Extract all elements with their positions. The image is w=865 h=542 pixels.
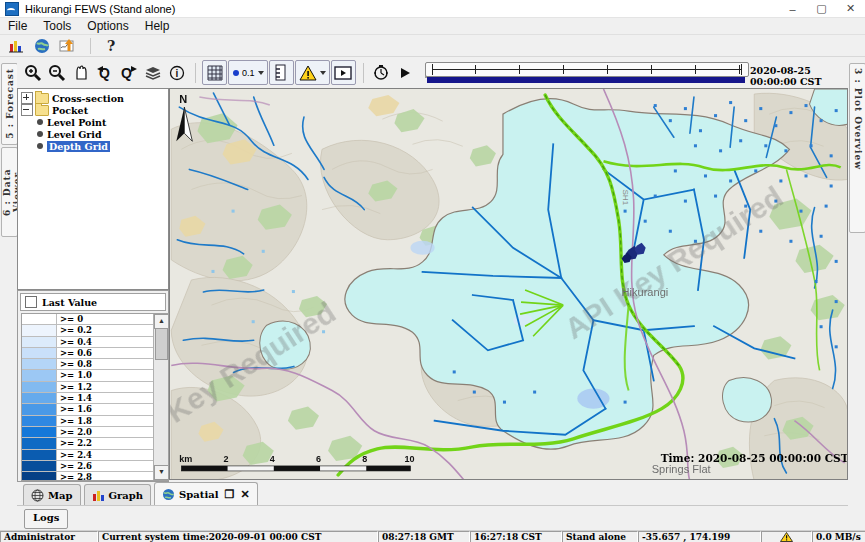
minimize-button[interactable]: – (778, 0, 807, 18)
timer-icon[interactable] (370, 61, 393, 84)
bullet-icon (37, 131, 43, 137)
tree-item-level-point[interactable]: Level Point (21, 116, 168, 128)
pan-hand-icon[interactable] (69, 61, 92, 84)
status-user: Administrator (0, 531, 98, 542)
scale-ruler-icon[interactable] (269, 60, 294, 85)
map-toolbar: Q Q i 0.1 (17, 57, 848, 88)
zoom-in-icon[interactable] (21, 61, 44, 84)
play-button[interactable] (394, 61, 417, 84)
globe-wire-icon (31, 489, 44, 502)
status-warning-icon[interactable] (761, 531, 812, 542)
app-icon (5, 2, 19, 16)
status-gmt-time: 08:27:18 GMT (378, 531, 470, 542)
status-local-time: 16:27:18 CST (470, 531, 562, 542)
scroll-thumb[interactable] (155, 328, 168, 360)
legend-row: >= 0.4 (22, 337, 154, 348)
zoom-out-icon[interactable] (45, 61, 68, 84)
legend-row: >= 2.2 (22, 438, 154, 449)
layers-icon[interactable] (141, 61, 164, 84)
status-coordinates: -35.657 , 174.199 (638, 531, 761, 542)
menu-tools[interactable]: Tools (35, 18, 79, 35)
collapse-icon[interactable] (21, 104, 33, 116)
tab-graph[interactable]: Graph (84, 484, 152, 505)
tree-item-depth-grid[interactable]: Depth Grid (21, 140, 168, 152)
expand-icon[interactable] (21, 92, 33, 104)
zoom-next-icon[interactable]: Q (117, 61, 140, 84)
help-button[interactable]: ? (99, 36, 123, 56)
legend-table: >= 0 >= 0.2 >= 0.4 >= 0.6 >= 0.8 >= 1.0 … (21, 313, 169, 481)
tab-forecast[interactable]: 5 : Forecast (1, 63, 18, 145)
menu-options[interactable]: Options (79, 18, 136, 35)
menu-file[interactable]: File (0, 18, 35, 35)
last-value-checkbox[interactable] (25, 296, 37, 308)
tab-map[interactable]: Map (23, 484, 81, 505)
status-bar: Administrator Current system time:2020-0… (0, 530, 865, 542)
logs-row: Logs (17, 506, 848, 530)
chevron-down-icon (320, 71, 326, 75)
timeline-current-time: 2020-08-25 00:00:00 CST (750, 65, 848, 87)
tree-item-cross-section[interactable]: Cross-section (21, 92, 168, 104)
svg-text:N: N (179, 93, 187, 105)
svg-text:km: km (179, 454, 192, 464)
maximize-button[interactable]: ▢ (807, 0, 836, 18)
menu-help[interactable]: Help (137, 18, 178, 35)
pane-maximize-icon[interactable]: ❐ (225, 488, 235, 501)
svg-text:i: i (175, 68, 178, 79)
svg-text:Hikurangi: Hikurangi (622, 286, 669, 298)
dot-scale-dropdown[interactable]: 0.1 (228, 60, 268, 85)
tab-plot-overview[interactable]: 3 : Plot Overview (849, 63, 865, 233)
svg-text:6: 6 (316, 454, 321, 464)
info-icon[interactable]: i (165, 61, 188, 84)
svg-text:2: 2 (224, 454, 229, 464)
svg-text:4: 4 (270, 454, 275, 464)
legend-row: >= 0.2 (22, 325, 154, 336)
tree-item-pocket[interactable]: Pocket (21, 104, 168, 116)
legend-row: >= 2.6 (22, 461, 154, 472)
bottom-tab-bar: Map Graph Spatial ❐ ✕ (17, 482, 848, 506)
spatial-display-icon[interactable] (56, 36, 80, 56)
left-dock-strip: 5 : Forecast 6 : Data Viewer (0, 57, 17, 530)
tab-spatial[interactable]: Spatial ❐ ✕ (154, 482, 257, 505)
bar-chart-icon (92, 489, 105, 502)
legend-row: >= 2.0 (22, 427, 154, 438)
timeline-extent-bar (427, 77, 745, 83)
folder-icon (35, 105, 49, 116)
legend-panel: Last Value >= 0 >= 0.2 >= 0.4 >= 0.6 >= … (17, 290, 169, 482)
bullet-icon (37, 143, 43, 149)
logs-button[interactable]: Logs (24, 509, 68, 529)
tab-data-viewer[interactable]: 6 : Data Viewer (1, 147, 18, 237)
status-system-time: Current system time:2020-09-01 00:00 CST (98, 531, 378, 542)
status-mode: Stand alone (562, 531, 638, 542)
zoom-previous-icon[interactable]: Q (93, 61, 116, 84)
last-value-label: Last Value (42, 297, 97, 308)
timeline-slider[interactable] (425, 62, 749, 77)
map-display-icon[interactable] (30, 36, 54, 56)
dot-scale-value: 0.1 (242, 68, 255, 78)
close-button[interactable]: ✕ (836, 0, 865, 18)
scroll-up-icon[interactable]: ▲ (154, 314, 169, 329)
legend-row: >= 0.8 (22, 359, 154, 370)
bullet-icon (37, 119, 43, 125)
status-download-rate: 0.0 MB/s (812, 531, 865, 542)
animation-icon[interactable] (331, 60, 356, 85)
graph-display-icon[interactable] (4, 36, 28, 56)
legend-scrollbar[interactable]: ▲ ▼ (153, 314, 168, 480)
toolbar-separator (363, 63, 364, 83)
map-canvas[interactable]: SH1 (169, 88, 848, 480)
window-title: Hikurangi FEWS (Stand alone) (25, 3, 175, 15)
grid-layer-icon[interactable] (202, 60, 227, 85)
globe-icon (162, 488, 175, 501)
map-time-label: Time: 2020-08-25 00:00:00 CST (661, 452, 848, 464)
warning-dropdown[interactable] (295, 60, 330, 85)
legend-row: >= 1.8 (22, 416, 154, 427)
scroll-down-icon[interactable]: ▼ (154, 465, 169, 480)
pane-close-icon[interactable]: ✕ (240, 488, 249, 501)
svg-text:10: 10 (404, 454, 414, 464)
legend-row: >= 1.2 (22, 382, 154, 393)
toolbar-separator (90, 38, 91, 54)
tree-item-level-grid[interactable]: Level Grid (21, 128, 168, 140)
toolbar-separator (195, 63, 196, 83)
svg-text:Q: Q (121, 65, 132, 81)
legend-row: >= 1.6 (22, 404, 154, 415)
svg-text:Springs Flat: Springs Flat (652, 463, 711, 475)
